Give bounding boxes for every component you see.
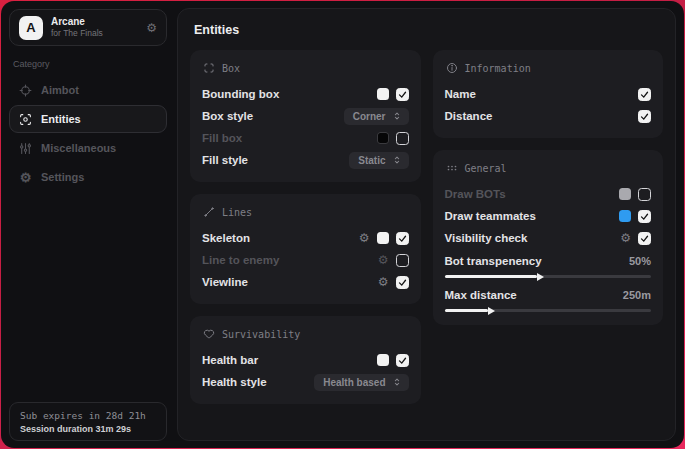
sidebar-item-label: Settings	[41, 171, 84, 183]
checkbox[interactable]	[396, 354, 409, 367]
lines-card: Lines Skeleton ⚙	[190, 194, 421, 304]
sidebar: A Arcane for The Finals ⚙ Category Aimbo…	[1, 1, 175, 448]
sidebar-item-label: Aimbot	[41, 84, 79, 96]
sidebar-item-settings[interactable]: ⚙ Settings	[9, 163, 167, 191]
card-header-label: General	[465, 163, 507, 174]
sidebar-item-label: Miscellaneous	[41, 142, 116, 154]
session-duration-text: Session duration 31m 29s	[20, 424, 156, 434]
setting-label: Fill style	[202, 154, 248, 166]
checkbox[interactable]	[396, 88, 409, 101]
box-brackets-icon	[203, 62, 215, 74]
setting-row-draw-bots: Draw BOTs	[445, 183, 652, 205]
general-card: General Draw BOTs	[433, 150, 664, 325]
max-distance-slider[interactable]	[445, 309, 652, 312]
setting-label: Draw teammates	[445, 210, 536, 222]
sub-expiry-text: Sub expires in 28d 21h	[20, 410, 156, 421]
box-style-dropdown[interactable]: Corner	[344, 108, 409, 125]
info-icon	[446, 62, 458, 74]
slider-fill[interactable]	[445, 309, 488, 312]
setting-row-health-bar: Health bar	[202, 349, 409, 371]
box-card: Box Bounding box B	[190, 50, 421, 182]
setting-row-box-style: Box style Corner	[202, 105, 409, 127]
setting-row-fill-style: Fill style Static	[202, 149, 409, 171]
setting-row-fill-box: Fill box	[202, 127, 409, 149]
slider-value: 250m	[623, 289, 651, 301]
color-swatch[interactable]	[619, 210, 631, 222]
setting-label: Visibility check	[445, 232, 528, 244]
checkbox[interactable]	[638, 88, 651, 101]
setting-label: Box style	[202, 110, 253, 122]
checkbox[interactable]	[638, 210, 651, 223]
card-columns: Box Bounding box B	[188, 50, 665, 404]
fill-style-dropdown[interactable]: Static	[349, 152, 408, 169]
setting-row-visibility-check: Visibility check ⚙	[445, 227, 652, 249]
setting-label: Skeleton	[202, 232, 250, 244]
bot-transparency-group: Bot transpenency 50%	[445, 252, 652, 278]
gear-icon[interactable]: ⚙	[359, 232, 370, 244]
card-header-label: Box	[222, 63, 240, 74]
slider-fill[interactable]	[445, 275, 538, 278]
setting-row-line-to-enemy: Line to enemy ⚙	[202, 249, 409, 271]
checkbox[interactable]	[638, 110, 651, 123]
setting-row-bounding-box: Bounding box	[202, 83, 409, 105]
color-swatch[interactable]	[377, 354, 389, 366]
app-subtitle: for The Finals	[51, 28, 103, 38]
color-swatch[interactable]	[377, 88, 389, 100]
app-name: Arcane	[51, 16, 103, 28]
diagonal-line-icon	[203, 206, 215, 218]
setting-row-viewline: Viewline ⚙	[202, 271, 409, 293]
sidebar-item-miscellaneous[interactable]: Miscellaneous	[9, 134, 167, 162]
setting-row-name: Name	[445, 83, 652, 105]
gear-icon[interactable]: ⚙	[146, 22, 157, 34]
health-style-dropdown[interactable]: Health based	[314, 374, 408, 391]
scan-eye-icon	[19, 113, 32, 126]
setting-label: Viewline	[202, 276, 248, 288]
card-header-label: Survivability	[222, 329, 300, 340]
brand-text: Arcane for The Finals	[51, 16, 103, 38]
setting-row-draw-teammates: Draw teammates	[445, 205, 652, 227]
dropdown-value: Static	[358, 155, 385, 166]
sidebar-item-label: Entities	[41, 113, 81, 125]
checkbox[interactable]	[396, 132, 409, 145]
setting-row-health-style: Health style Health based	[202, 371, 409, 393]
gear-icon[interactable]: ⚙	[378, 276, 389, 288]
checkbox[interactable]	[638, 188, 651, 201]
color-swatch[interactable]	[619, 188, 631, 200]
gear-icon: ⚙	[19, 171, 32, 184]
right-column: Information Name Distance	[433, 50, 664, 325]
app-logo: A	[19, 16, 43, 40]
chevrons-up-down-icon	[392, 377, 402, 387]
card-header-label: Information	[465, 63, 531, 74]
sidebar-item-entities[interactable]: Entities	[9, 105, 167, 133]
app-window: A Arcane for The Finals ⚙ Category Aimbo…	[1, 1, 684, 448]
bot-transparency-slider[interactable]	[445, 275, 652, 278]
desktop-background: A Arcane for The Finals ⚙ Category Aimbo…	[0, 0, 685, 449]
dropdown-value: Corner	[353, 111, 386, 122]
setting-row-skeleton: Skeleton ⚙	[202, 227, 409, 249]
setting-label: Distance	[445, 110, 493, 122]
dots-grid-icon	[446, 162, 458, 174]
sidebar-nav: Aimbot Entities	[9, 76, 167, 191]
box-card-header: Box	[203, 62, 408, 74]
dropdown-value: Health based	[323, 377, 385, 388]
setting-label: Max distance	[445, 289, 517, 301]
general-card-header: General	[446, 162, 651, 174]
left-column: Box Bounding box B	[190, 50, 421, 404]
lines-card-header: Lines	[203, 206, 408, 218]
survivability-card-header: Survivability	[203, 328, 408, 340]
color-swatch[interactable]	[377, 132, 389, 144]
gear-icon[interactable]: ⚙	[378, 254, 389, 266]
brand-card: A Arcane for The Finals ⚙	[9, 9, 167, 46]
setting-label: Bot transpenency	[445, 255, 542, 267]
gear-icon[interactable]: ⚙	[620, 232, 631, 244]
chevrons-up-down-icon	[392, 111, 402, 121]
setting-label: Line to enemy	[202, 254, 279, 266]
checkbox[interactable]	[396, 232, 409, 245]
sidebar-item-aimbot[interactable]: Aimbot	[9, 76, 167, 104]
checkbox[interactable]	[396, 276, 409, 289]
checkbox[interactable]	[638, 232, 651, 245]
main-panel: Entities Box	[177, 8, 676, 441]
heart-icon	[203, 328, 215, 340]
color-swatch[interactable]	[377, 232, 389, 244]
checkbox[interactable]	[396, 254, 409, 267]
